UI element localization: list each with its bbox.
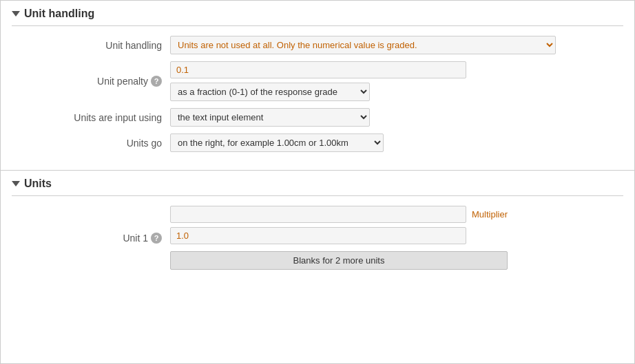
unit-handling-header[interactable]: Unit handling <box>12 8 623 26</box>
unit1-controls: Multiplier Blanks for 2 more units <box>170 206 508 270</box>
unit1-row: Unit 1 ? Multiplier Blanks for 2 more un… <box>12 206 623 270</box>
unit1-multiplier-link[interactable]: Multiplier <box>472 209 508 220</box>
units-input-select[interactable]: the text input element a separate input … <box>170 108 370 127</box>
unit-penalty-row: Unit penalty ? as a fraction (0-1) of th… <box>12 61 623 101</box>
unit-penalty-fraction-select[interactable]: as a fraction (0-1) of the response grad… <box>170 83 370 101</box>
unit1-input[interactable] <box>170 206 466 223</box>
unit-penalty-help-icon[interactable]: ? <box>151 76 162 87</box>
units-section: Units Unit 1 ? Multiplier Blanks for 2 m… <box>1 171 634 288</box>
units-title: Units <box>24 178 52 190</box>
unit1-label: Unit 1 ? <box>19 233 170 244</box>
unit-handling-title: Unit handling <box>24 8 94 20</box>
unit-handling-controls: Units are not used at all. Only the nume… <box>170 36 556 54</box>
unit-handling-label: Unit handling <box>19 40 170 51</box>
units-input-row: Units are input using the text input ele… <box>12 108 623 127</box>
units-input-controls: the text input element a separate input … <box>170 108 370 127</box>
units-go-label: Units go <box>19 138 170 149</box>
unit-penalty-controls: as a fraction (0-1) of the response grad… <box>170 61 466 101</box>
units-go-select[interactable]: on the right, for example 1.00cm or 1.00… <box>170 133 384 152</box>
units-collapse-icon <box>12 181 20 186</box>
unit-penalty-label: Unit penalty ? <box>19 76 170 87</box>
unit1-help-icon[interactable]: ? <box>151 233 162 244</box>
units-go-row: Units go on the right, for example 1.00c… <box>12 133 623 152</box>
unit-handling-select[interactable]: Units are not used at all. Only the nume… <box>170 36 556 54</box>
unit-handling-row: Unit handling Units are not used at all.… <box>12 36 623 54</box>
blanks-button[interactable]: Blanks for 2 more units <box>170 251 508 270</box>
collapse-icon <box>12 11 20 17</box>
units-header[interactable]: Units <box>12 178 623 196</box>
units-input-label: Units are input using <box>19 112 170 123</box>
unit1-multiplier-input[interactable] <box>170 227 466 244</box>
units-go-controls: on the right, for example 1.00cm or 1.00… <box>170 133 384 152</box>
unit-handling-section: Unit handling Unit handling Units are no… <box>1 1 634 170</box>
unit-penalty-input[interactable] <box>170 61 466 78</box>
